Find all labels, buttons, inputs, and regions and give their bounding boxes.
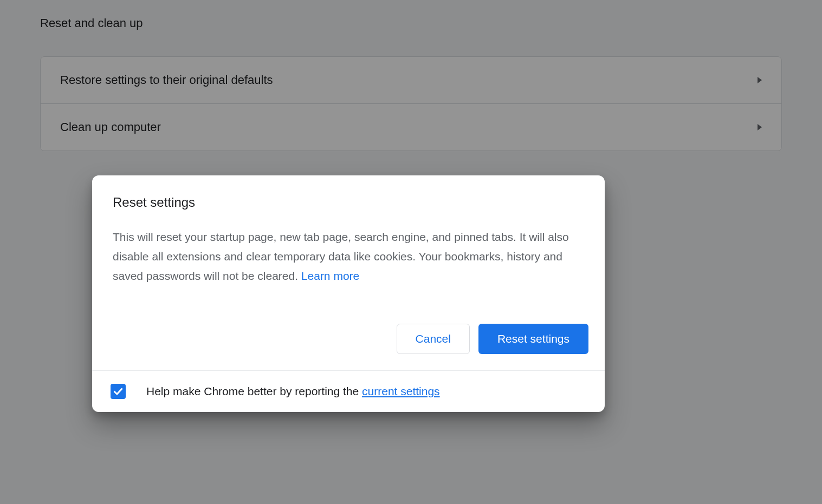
- reset-settings-dialog: Reset settings This will reset your star…: [92, 175, 605, 412]
- dialog-description: This will reset your startup page, new t…: [113, 227, 584, 286]
- modal-overlay[interactable]: Reset settings This will reset your star…: [0, 0, 822, 504]
- check-icon: [113, 386, 124, 397]
- cancel-button[interactable]: Cancel: [397, 324, 470, 354]
- dialog-footer: Help make Chrome better by reporting the…: [92, 370, 605, 412]
- dialog-body: Reset settings This will reset your star…: [92, 175, 605, 302]
- report-settings-checkbox[interactable]: [111, 384, 126, 399]
- reset-settings-button[interactable]: Reset settings: [478, 324, 588, 354]
- footer-text: Help make Chrome better by reporting the…: [146, 385, 440, 398]
- dialog-title: Reset settings: [113, 195, 584, 210]
- learn-more-link[interactable]: Learn more: [301, 270, 359, 282]
- footer-text-label: Help make Chrome better by reporting the: [146, 385, 362, 397]
- current-settings-link[interactable]: current settings: [362, 385, 440, 397]
- dialog-actions: Cancel Reset settings: [92, 302, 605, 370]
